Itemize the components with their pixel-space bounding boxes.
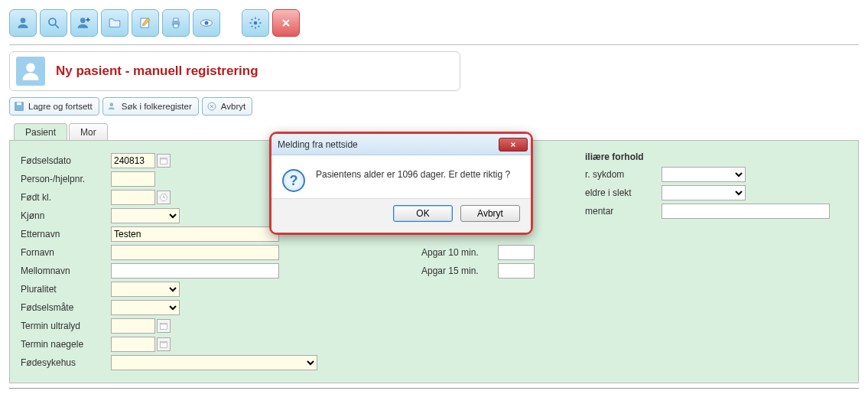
action-row: Lagre og fortsett Søk i folkeregister Av…	[9, 97, 859, 116]
cancel-button[interactable]: Avbryt	[202, 97, 252, 116]
input-mentar[interactable]	[662, 204, 830, 219]
label-termin-ul: Termin ultralyd	[21, 321, 111, 331]
add-user-icon-button[interactable]	[70, 9, 98, 37]
cancel-icon	[206, 100, 218, 112]
input-fodselsdato[interactable]	[111, 153, 155, 168]
dialog-message: Pasientens alder er 1096 dager. Er dette…	[316, 169, 510, 180]
label-pluralitet: Pluralitet	[21, 284, 111, 295]
label-fodselsmate: Fødselsmåte	[21, 302, 111, 313]
gear-icon	[249, 16, 262, 30]
add-user-icon	[76, 15, 92, 31]
input-termin-naegele[interactable]	[111, 337, 155, 352]
input-personnr[interactable]	[111, 171, 155, 187]
dialog-titlebar: Melding fra nettside	[271, 134, 531, 155]
label-termin-naegele: Termin naegele	[21, 339, 111, 350]
input-apgar15[interactable]	[498, 263, 535, 279]
eye-icon-button[interactable]	[193, 9, 220, 37]
select-sykdom[interactable]	[662, 167, 746, 182]
label-etternavn: Etternavn	[21, 229, 111, 239]
close-icon	[280, 17, 292, 29]
settings-icon-button[interactable]	[242, 9, 269, 37]
separator	[9, 44, 859, 45]
folder-icon-button[interactable]	[101, 9, 128, 37]
svg-rect-17	[161, 158, 167, 160]
calendar-icon	[159, 321, 168, 331]
column-middle: Apgar 10 min. Apgar 15 min.	[421, 243, 535, 372]
print-icon-button[interactable]	[162, 9, 190, 37]
select-pluralitet[interactable]	[111, 282, 180, 297]
people-search-icon	[106, 100, 119, 112]
svg-rect-7	[174, 24, 178, 28]
avatar-icon	[16, 57, 45, 86]
svg-rect-6	[174, 18, 178, 21]
select-eldre[interactable]	[662, 185, 746, 200]
cancel-label: Avbryt	[221, 102, 245, 111]
label-apgar15: Apgar 15 min.	[421, 266, 498, 276]
label-fodesykehus: Fødesykehus	[21, 357, 111, 368]
save-continue-button[interactable]: Lagre og fortsett	[9, 97, 99, 116]
input-mellomnavn[interactable]	[111, 263, 279, 279]
close-icon	[509, 141, 518, 148]
dialog-cancel-button[interactable]: Avbryt	[460, 205, 520, 222]
calendar-icon-button-3[interactable]	[157, 337, 171, 351]
main-toolbar	[9, 9, 859, 37]
svg-rect-20	[161, 324, 167, 325]
select-fodesykehus[interactable]	[111, 355, 317, 370]
dialog-button-row: OK Avbryt	[271, 198, 531, 233]
svg-line-2	[55, 24, 59, 28]
select-fodselsmate[interactable]	[111, 300, 180, 315]
question-icon: ?	[282, 169, 305, 192]
calendar-icon	[159, 340, 168, 349]
confirm-dialog: Melding fra nettside ? Pasientens alder …	[269, 132, 533, 235]
note-icon-button[interactable]	[132, 9, 159, 37]
svg-point-3	[80, 18, 86, 23]
input-apgar10[interactable]	[498, 245, 535, 260]
search-icon-button[interactable]	[40, 9, 67, 37]
input-termin-ul[interactable]	[111, 318, 155, 334]
user-icon-button[interactable]	[9, 9, 37, 37]
title-panel: Ny pasient - manuell registrering	[9, 51, 460, 91]
footer-line	[9, 388, 859, 389]
label-mellomnavn: Mellomnavn	[21, 266, 111, 276]
user-icon	[15, 15, 31, 31]
label-sykdom: r. sykdom	[585, 169, 662, 180]
select-kjonn[interactable]	[111, 208, 180, 223]
dialog-ok-button[interactable]: OK	[393, 205, 453, 222]
folk-search-label: Søk i folkeregister	[122, 102, 192, 111]
input-fornavn[interactable]	[111, 245, 279, 260]
label-eldre: eldre i slekt	[585, 187, 662, 198]
input-etternavn[interactable]	[111, 226, 279, 242]
clock-icon-button[interactable]	[157, 191, 171, 204]
dialog-close-button[interactable]	[499, 138, 528, 151]
svg-point-14	[109, 103, 113, 106]
calendar-icon-button-2[interactable]	[157, 319, 171, 333]
family-section-header: iliære forhold	[585, 151, 830, 162]
save-icon	[13, 100, 25, 112]
label-apgar10: Apgar 10 min.	[421, 247, 498, 258]
svg-point-0	[21, 18, 26, 23]
svg-point-1	[49, 18, 56, 25]
calendar-icon-button[interactable]	[157, 154, 171, 168]
label-fornavn: Fornavn	[21, 247, 111, 258]
calendar-icon	[159, 156, 168, 165]
tab-patient[interactable]: Pasient	[14, 123, 67, 141]
dialog-title-text: Melding fra nettside	[278, 139, 358, 150]
label-kjonn: Kjønn	[21, 210, 111, 221]
save-continue-label: Lagre og fortsett	[28, 102, 93, 111]
folder-icon	[108, 16, 122, 30]
label-personnr: Person-/hjelpnr.	[21, 174, 111, 184]
label-mentar: mentar	[585, 206, 662, 217]
eye-icon	[199, 15, 214, 31]
page-title: Ny pasient - manuell registrering	[56, 64, 258, 79]
tab-mother[interactable]: Mor	[69, 123, 108, 141]
svg-point-10	[254, 21, 258, 25]
svg-rect-13	[17, 103, 21, 106]
input-fodt-kl[interactable]	[111, 190, 155, 205]
note-icon	[138, 16, 152, 30]
folk-search-button[interactable]: Søk i folkeregister	[102, 97, 199, 116]
label-fodt-kl: Født kl.	[21, 192, 111, 203]
dialog-body: ? Pasientens alder er 1096 dager. Er det…	[271, 155, 531, 198]
search-icon	[47, 16, 60, 30]
svg-point-11	[26, 64, 35, 73]
close-icon-button[interactable]	[272, 9, 300, 37]
